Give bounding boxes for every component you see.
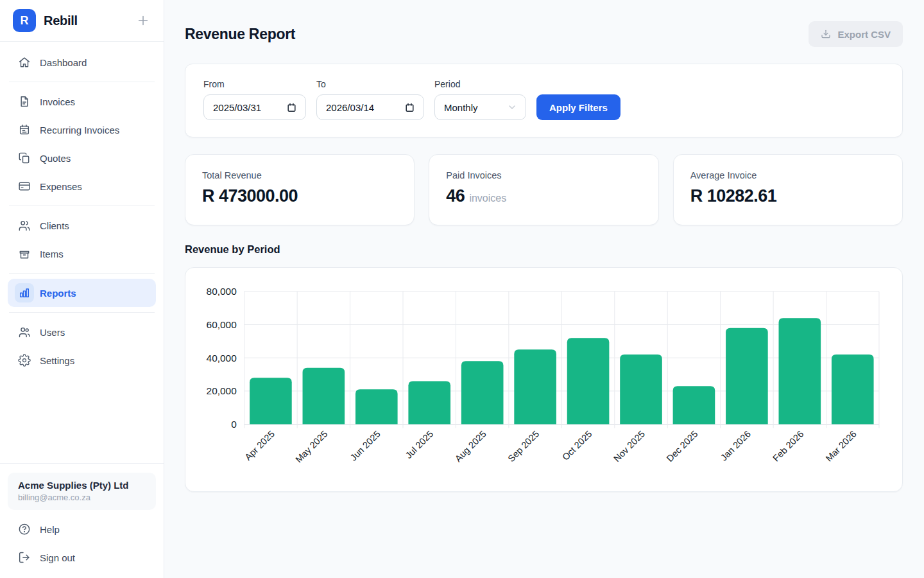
x-tick-label: May 2025: [293, 428, 329, 464]
bar-feb-2026: [779, 318, 821, 424]
sidebar-item-label: Quotes: [40, 153, 71, 164]
x-tick-label: Feb 2026: [771, 428, 805, 463]
sidebar-item-label: Sign out: [40, 552, 75, 563]
chart-section-heading: Revenue by Period: [185, 243, 903, 256]
stat-card-paid-invoices: Paid Invoices 46invoices: [429, 154, 658, 225]
from-date-input[interactable]: 2025/03/31: [203, 94, 306, 120]
stat-label: Average Invoice: [690, 170, 886, 180]
sidebar-item-sign-out[interactable]: Sign out: [8, 543, 156, 572]
bar-may-2025: [303, 368, 345, 425]
sidebar-item-users[interactable]: Users: [8, 318, 156, 346]
bar-jan-2026: [726, 328, 768, 425]
x-tick-label: Mar 2026: [823, 428, 858, 463]
sidebar-item-label: Clients: [40, 220, 69, 231]
x-tick-label: Sep 2025: [506, 428, 541, 464]
stat-suffix: invoices: [469, 193, 506, 204]
svg-text:80,000: 80,000: [207, 286, 237, 297]
sidebar-item-label: Invoices: [40, 96, 75, 107]
from-field: From 2025/03/31: [203, 79, 306, 120]
archive-icon: [18, 247, 31, 260]
revenue-bar-chart: 020,00040,00060,00080,000Apr 2025May 202…: [185, 268, 902, 491]
help-circle-icon: [18, 523, 31, 536]
sidebar-item-help[interactable]: Help: [8, 515, 156, 543]
account-card[interactable]: Acme Supplies (Pty) Ltd billing@acme.co.…: [8, 473, 156, 510]
users-icon: [18, 326, 31, 338]
rebill-logo: R: [13, 9, 36, 32]
svg-text:20,000: 20,000: [207, 385, 237, 396]
filter-card: From 2025/03/31 To 2026/03/14 Period Mon…: [185, 64, 903, 137]
period-field: Period Monthly: [434, 79, 526, 120]
divider: [9, 273, 155, 274]
from-label: From: [203, 79, 306, 89]
divider: [9, 206, 155, 206]
sidebar-nav: Dashboard Invoices Recurring Invoices Qu…: [0, 42, 164, 463]
stat-value: R 10282.61: [690, 186, 886, 206]
sidebar-item-label: Dashboard: [40, 57, 87, 68]
page-title: Revenue Report: [185, 26, 295, 43]
stat-number: 46: [446, 186, 465, 206]
bar-chart-icon: [15, 283, 34, 302]
from-date-value: 2025/03/31: [213, 102, 261, 113]
to-label: To: [316, 79, 424, 89]
sidebar-item-expenses[interactable]: Expenses: [8, 172, 156, 200]
divider: [9, 312, 155, 313]
bar-dec-2025: [673, 386, 715, 424]
bar-mar-2026: [832, 355, 874, 425]
period-select[interactable]: Monthly: [434, 94, 526, 120]
plus-icon[interactable]: [135, 13, 151, 28]
stat-label: Paid Invoices: [446, 170, 641, 180]
x-tick-label: Apr 2025: [243, 428, 277, 462]
download-icon: [821, 29, 831, 39]
calendar-icon: [286, 102, 297, 113]
sidebar-item-dashboard[interactable]: Dashboard: [8, 48, 156, 76]
sidebar-item-label: Help: [40, 524, 60, 535]
sidebar-item-label: Reports: [40, 288, 76, 299]
x-tick-label: Oct 2025: [560, 428, 594, 462]
bar-apr-2025: [250, 378, 292, 424]
to-date-input[interactable]: 2026/03/14: [316, 94, 424, 120]
sidebar-item-recurring-invoices[interactable]: Recurring Invoices: [8, 116, 156, 144]
sidebar-item-label: Expenses: [40, 181, 82, 192]
page-header: Revenue Report Export CSV: [185, 21, 903, 47]
period-label: Period: [434, 79, 526, 89]
bar-jul-2025: [408, 381, 450, 424]
divider: [9, 82, 155, 82]
copy-icon: [18, 152, 31, 164]
sidebar-item-label: Settings: [40, 355, 74, 366]
stat-card-total-revenue: Total Revenue R 473000.00: [185, 154, 415, 225]
log-out-icon: [18, 551, 31, 564]
brand-name: Rebill: [44, 13, 128, 28]
logo-row: R Rebill: [0, 0, 164, 41]
x-tick-label: Nov 2025: [612, 428, 647, 464]
sidebar-bottom: Acme Supplies (Pty) Ltd billing@acme.co.…: [0, 463, 164, 578]
svg-text:0: 0: [231, 419, 237, 430]
export-csv-button[interactable]: Export CSV: [809, 21, 903, 47]
to-date-value: 2026/03/14: [326, 102, 374, 113]
sidebar-item-items[interactable]: Items: [8, 240, 156, 268]
svg-text:40,000: 40,000: [207, 353, 237, 363]
sidebar-item-settings[interactable]: Settings: [8, 346, 156, 374]
period-value: Monthly: [444, 102, 478, 113]
chevron-down-icon: [507, 102, 517, 112]
sidebar-item-quotes[interactable]: Quotes: [8, 144, 156, 172]
chart-card: 020,00040,00060,00080,000Apr 2025May 202…: [185, 267, 903, 492]
x-tick-label: Jun 2025: [348, 428, 382, 462]
home-icon: [18, 56, 31, 69]
bar-aug-2025: [461, 361, 504, 424]
users-group-icon: [18, 219, 31, 232]
sidebar-item-reports[interactable]: Reports: [8, 279, 156, 307]
sidebar-item-invoices[interactable]: Invoices: [8, 87, 156, 116]
file-text-icon: [18, 95, 31, 108]
stat-label: Total Revenue: [202, 170, 397, 180]
sidebar-item-clients[interactable]: Clients: [8, 211, 156, 240]
x-tick-label: Jan 2026: [719, 428, 753, 462]
apply-filters-button[interactable]: Apply Filters: [536, 94, 620, 120]
sidebar-footer: Help Sign out: [8, 515, 156, 572]
account-name: Acme Supplies (Pty) Ltd: [18, 480, 146, 491]
sidebar-item-label: Recurring Invoices: [40, 125, 119, 136]
calendar-icon: [18, 123, 31, 136]
sidebar-item-label: Items: [40, 249, 64, 259]
export-csv-label: Export CSV: [837, 29, 891, 40]
credit-card-icon: [18, 180, 31, 193]
calendar-icon: [404, 102, 415, 113]
